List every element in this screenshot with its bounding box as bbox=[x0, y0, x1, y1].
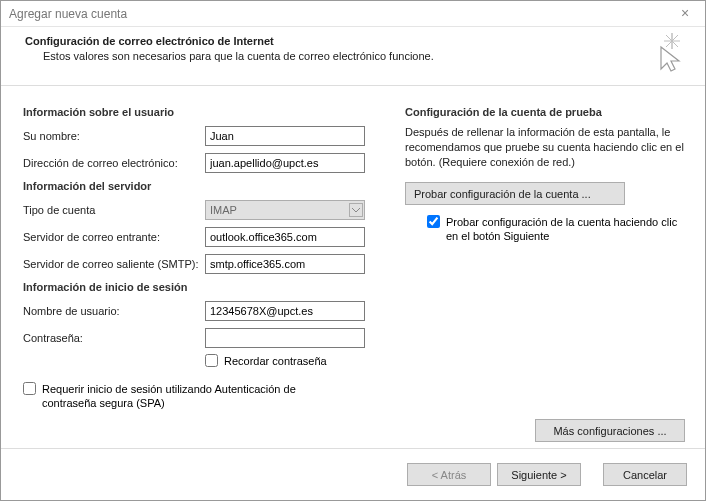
row-name: Su nombre: bbox=[23, 125, 381, 147]
test-on-next-label: Probar configuración de la cuenta hacien… bbox=[446, 215, 685, 243]
name-field[interactable] bbox=[205, 126, 365, 146]
remember-password-checkbox[interactable] bbox=[205, 354, 218, 367]
back-button[interactable]: < Atrás bbox=[407, 463, 491, 486]
window-title: Agregar nueva cuenta bbox=[9, 7, 127, 21]
email-label: Dirección de correo electrónico: bbox=[23, 157, 205, 169]
header-title: Configuración de correo electrónico de I… bbox=[25, 35, 645, 47]
test-on-next-checkbox[interactable] bbox=[427, 215, 440, 228]
more-settings-button[interactable]: Más configuraciones ... bbox=[535, 419, 685, 442]
username-label: Nombre de usuario: bbox=[23, 305, 205, 317]
incoming-server-field[interactable] bbox=[205, 227, 365, 247]
spa-checkbox[interactable] bbox=[23, 382, 36, 395]
incoming-label: Servidor de correo entrante: bbox=[23, 231, 205, 243]
more-settings-wrap: Más configuraciones ... bbox=[535, 419, 685, 442]
row-outgoing: Servidor de correo saliente (SMTP): bbox=[23, 253, 381, 275]
add-account-dialog: Agregar nueva cuenta × Configuración de … bbox=[0, 0, 706, 501]
section-server-info: Información del servidor bbox=[23, 180, 381, 192]
row-incoming: Servidor de correo entrante: bbox=[23, 226, 381, 248]
outgoing-server-field[interactable] bbox=[205, 254, 365, 274]
row-test-on-next: Probar configuración de la cuenta hacien… bbox=[427, 215, 685, 243]
right-column: Configuración de la cuenta de prueba Des… bbox=[405, 100, 685, 440]
dialog-footer: < Atrás Siguiente > Cancelar bbox=[1, 448, 705, 500]
test-account-button[interactable]: Probar configuración de la cuenta ... bbox=[405, 182, 625, 205]
row-account-type: Tipo de cuenta IMAP bbox=[23, 199, 381, 221]
password-label: Contraseña: bbox=[23, 332, 205, 344]
dialog-header: Configuración de correo electrónico de I… bbox=[1, 27, 705, 86]
header-text: Configuración de correo electrónico de I… bbox=[25, 35, 645, 62]
outgoing-label: Servidor de correo saliente (SMTP): bbox=[23, 258, 205, 270]
left-column: Información sobre el usuario Su nombre: … bbox=[23, 100, 381, 440]
row-email: Dirección de correo electrónico: bbox=[23, 152, 381, 174]
next-button[interactable]: Siguiente > bbox=[497, 463, 581, 486]
cancel-button[interactable]: Cancelar bbox=[603, 463, 687, 486]
account-type-value: IMAP bbox=[210, 204, 237, 216]
name-label: Su nombre: bbox=[23, 130, 205, 142]
username-field[interactable] bbox=[205, 301, 365, 321]
row-username: Nombre de usuario: bbox=[23, 300, 381, 322]
chevron-down-icon bbox=[349, 203, 363, 217]
cursor-star-icon bbox=[645, 33, 685, 73]
test-description: Después de rellenar la información de es… bbox=[405, 125, 685, 170]
email-field[interactable] bbox=[205, 153, 365, 173]
remember-password-label: Recordar contraseña bbox=[224, 354, 327, 368]
row-password: Contraseña: bbox=[23, 327, 381, 349]
header-subtitle: Estos valores son necesarios para que la… bbox=[43, 50, 645, 62]
section-user-info: Información sobre el usuario bbox=[23, 106, 381, 118]
password-field[interactable] bbox=[205, 328, 365, 348]
section-test-title: Configuración de la cuenta de prueba bbox=[405, 106, 685, 118]
account-type-label: Tipo de cuenta bbox=[23, 204, 205, 216]
spa-label: Requerir inicio de sesión utilizando Aut… bbox=[42, 382, 323, 410]
section-login-info: Información de inicio de sesión bbox=[23, 281, 381, 293]
titlebar: Agregar nueva cuenta × bbox=[1, 1, 705, 27]
dialog-content: Información sobre el usuario Su nombre: … bbox=[1, 86, 705, 448]
row-spa: Requerir inicio de sesión utilizando Aut… bbox=[23, 382, 323, 410]
row-remember: Recordar contraseña bbox=[205, 354, 381, 368]
close-icon[interactable]: × bbox=[673, 5, 697, 23]
account-type-select: IMAP bbox=[205, 200, 365, 220]
